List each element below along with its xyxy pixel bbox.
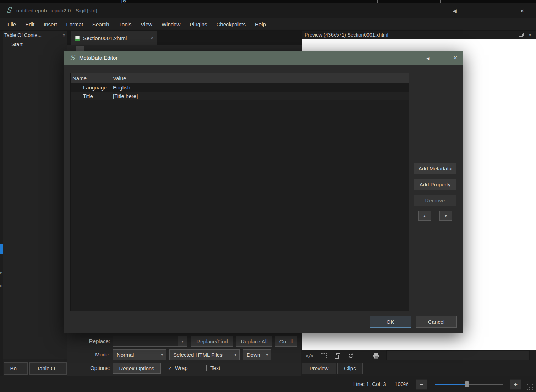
menu-view[interactable]: View bbox=[136, 18, 157, 30]
toc-panel: Table Of Conte... × Start bbox=[3, 31, 67, 359]
text-checkbox-label: Text bbox=[210, 363, 220, 374]
sigil-window: py S untitled.epub - epub2.0 - Sigil [st… bbox=[0, 0, 536, 392]
menu-file[interactable]: File bbox=[3, 18, 21, 30]
refresh-icon[interactable] bbox=[346, 351, 356, 360]
metadata-table[interactable]: Name Value Language English Title [Title… bbox=[70, 73, 409, 311]
column-header-value[interactable]: Value bbox=[113, 75, 126, 81]
chevron-down-icon: ▾ bbox=[234, 353, 236, 357]
ok-button[interactable]: OK bbox=[370, 316, 411, 328]
move-up-button[interactable]: ▲ bbox=[418, 211, 431, 221]
background-window-edge bbox=[440, 0, 441, 3]
close-panel-icon[interactable]: × bbox=[61, 33, 67, 38]
replace-input[interactable] bbox=[113, 336, 178, 346]
zoom-out-button[interactable]: − bbox=[416, 379, 427, 390]
line-col-indicator: Line: 1, Col: 3 bbox=[353, 381, 386, 387]
print-icon[interactable] bbox=[371, 351, 381, 360]
zoom-slider-track bbox=[467, 384, 503, 385]
background-window-edge bbox=[377, 0, 378, 3]
minimize-button[interactable] bbox=[466, 7, 478, 15]
statusbar: Line: 1, Col: 3 100% − + bbox=[0, 376, 536, 392]
background-text-fragment: py bbox=[121, 0, 126, 3]
toc-panel-title: Table Of Conte... bbox=[4, 32, 42, 38]
regex-options-button[interactable]: Regex Options bbox=[113, 363, 161, 374]
collapse-arrow-icon[interactable]: ◀ bbox=[423, 55, 432, 62]
zoom-slider-handle[interactable] bbox=[465, 381, 469, 387]
move-down-button[interactable]: ▼ bbox=[439, 211, 452, 221]
dock-text-fragment: o bbox=[0, 283, 2, 288]
column-divider bbox=[110, 74, 110, 83]
collapse-arrow-icon[interactable]: ◀ bbox=[449, 7, 461, 15]
tab-section0001[interactable]: Section0001.xhtml × bbox=[71, 31, 157, 45]
xhtml-file-icon bbox=[75, 36, 80, 41]
left-dock-strip: e o bbox=[0, 31, 3, 392]
menu-help[interactable]: Help bbox=[250, 18, 270, 30]
count-all-button[interactable]: Co...ll bbox=[275, 336, 297, 347]
dock-text-fragment: e bbox=[0, 271, 2, 276]
menu-edit[interactable]: Edit bbox=[21, 18, 39, 30]
tab-clips[interactable]: Clips bbox=[337, 363, 363, 374]
close-panel-icon[interactable]: × bbox=[527, 32, 533, 37]
metadata-name-cell[interactable]: Title bbox=[83, 93, 93, 99]
tab-label: Section0001.xhtml bbox=[83, 35, 127, 41]
code-view-icon[interactable]: </> bbox=[305, 351, 315, 360]
menu-plugins[interactable]: Plugins bbox=[185, 18, 212, 30]
window-titlebar: S untitled.epub - epub2.0 - Sigil [std] … bbox=[0, 3, 536, 18]
window-resize-grip[interactable] bbox=[527, 384, 535, 391]
menu-checkpoints[interactable]: Checkpoints bbox=[212, 18, 250, 30]
replace-dropdown-icon[interactable]: ▾ bbox=[178, 336, 187, 346]
add-metadata-button[interactable]: Add Metadata bbox=[414, 163, 456, 174]
replace-find-button[interactable]: Replace/Find bbox=[191, 336, 233, 347]
float-panel-icon[interactable] bbox=[53, 33, 59, 38]
toc-item-start[interactable]: Start bbox=[11, 41, 23, 47]
tab-table-of-contents[interactable]: Table O... bbox=[29, 362, 67, 375]
close-button[interactable]: × bbox=[516, 7, 528, 15]
menu-search[interactable]: Search bbox=[88, 18, 114, 30]
cancel-button[interactable]: Cancel bbox=[416, 316, 457, 328]
metadata-value-cell[interactable]: [Title here] bbox=[113, 93, 138, 99]
metadata-row[interactable]: Title [Title here] bbox=[71, 92, 409, 100]
replace-combo[interactable]: ▾ bbox=[113, 336, 187, 347]
tab-book-browser[interactable]: Bo... bbox=[4, 362, 28, 375]
files-value: Selected HTML Files bbox=[173, 352, 223, 358]
zoom-percent: 100% bbox=[395, 381, 408, 387]
wrap-checkbox-label: Wrap bbox=[175, 363, 188, 374]
menu-insert[interactable]: Insert bbox=[39, 18, 62, 30]
metadata-value-cell[interactable]: English bbox=[113, 85, 130, 91]
menu-format[interactable]: Format bbox=[62, 18, 88, 30]
maximize-button[interactable] bbox=[491, 7, 503, 15]
metadata-table-header: Name Value bbox=[71, 74, 409, 83]
menu-tools[interactable]: Tools bbox=[114, 18, 136, 30]
dialog-close-icon[interactable]: × bbox=[450, 53, 460, 62]
remove-button[interactable]: Remove bbox=[414, 195, 456, 206]
add-property-button[interactable]: Add Property bbox=[414, 179, 456, 190]
background-window-strip: py bbox=[0, 0, 536, 3]
checkmark-icon: ✓ bbox=[168, 365, 172, 371]
metadata-name-cell[interactable]: Language bbox=[83, 85, 107, 91]
dialog-titlebar[interactable]: S MetaData Editor ◀ × bbox=[64, 51, 463, 65]
files-dropdown[interactable]: Selected HTML Files ▾ bbox=[169, 349, 240, 360]
tab-preview[interactable]: Preview bbox=[302, 363, 336, 374]
dialog-title: MetaData Editor bbox=[79, 55, 117, 61]
preview-header: Preview (436x571) Section0001.xhtml × bbox=[302, 31, 536, 39]
mode-dropdown[interactable]: Normal ▾ bbox=[113, 349, 166, 360]
sigil-logo-icon: S bbox=[6, 6, 11, 15]
editor-tabbar: Section0001.xhtml × bbox=[67, 31, 302, 45]
tab-close-icon[interactable]: × bbox=[150, 35, 153, 41]
menu-window[interactable]: Window bbox=[157, 18, 185, 30]
direction-dropdown[interactable]: Down ▾ bbox=[243, 349, 271, 360]
preview-title: Preview (436x571) Section0001.xhtml bbox=[305, 32, 388, 38]
replace-label: Replace: bbox=[67, 336, 110, 347]
float-panel-icon[interactable] bbox=[518, 32, 525, 37]
zoom-slider[interactable] bbox=[435, 379, 503, 389]
metadata-row[interactable]: Language English bbox=[71, 83, 409, 92]
text-checkbox[interactable] bbox=[201, 365, 207, 371]
select-all-icon[interactable] bbox=[319, 351, 329, 360]
zoom-in-button[interactable]: + bbox=[510, 379, 521, 390]
replace-all-button[interactable]: Replace All bbox=[236, 336, 272, 347]
window-title: untitled.epub - epub2.0 - Sigil [std] bbox=[16, 7, 97, 13]
bottom-right-toolbar: </> Preview Clips bbox=[302, 350, 536, 376]
menubar: File Edit Insert Format Search Tools Vie… bbox=[0, 18, 536, 31]
column-header-name[interactable]: Name bbox=[72, 75, 87, 81]
wrap-checkbox[interactable]: ✓ bbox=[167, 365, 173, 371]
copy-icon[interactable] bbox=[332, 351, 342, 360]
